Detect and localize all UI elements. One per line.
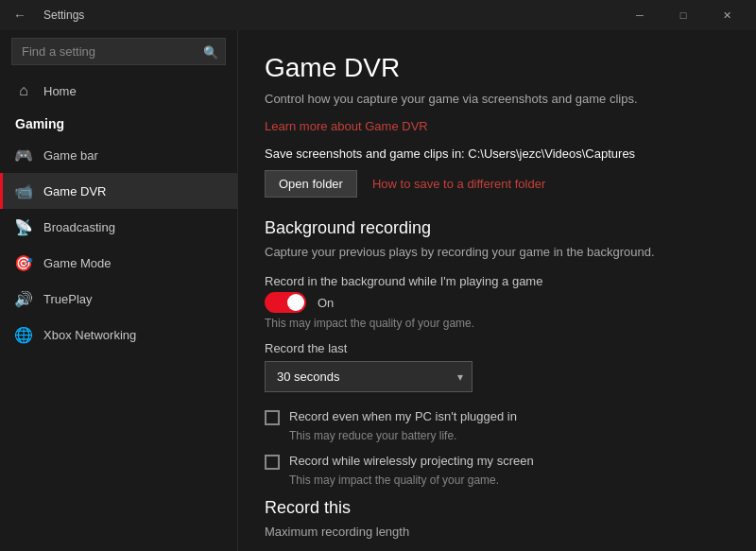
open-folder-button[interactable]: Open folder (265, 170, 357, 198)
learn-more-link[interactable]: Learn more about Game DVR (265, 119, 730, 133)
sidebar-item-xbox-networking[interactable]: 🌐 Xbox Networking (0, 317, 237, 353)
sidebar-item-game-bar-label: Game bar (43, 148, 98, 163)
game-dvr-icon: 📹 (15, 182, 32, 199)
trueplay-icon: 🔊 (15, 290, 32, 307)
sidebar-item-game-mode[interactable]: 🎯 Game Mode (0, 245, 237, 281)
window-controls: ─ □ ✕ (618, 0, 748, 30)
toggle-knob (287, 294, 304, 311)
checkbox2-note: This may impact the quality of your game… (289, 474, 730, 487)
folder-actions: Open folder How to save to a different f… (265, 170, 730, 198)
wireless-projecting-checkbox[interactable] (265, 455, 280, 470)
sidebar-item-game-bar[interactable]: 🎮 Game bar (0, 137, 237, 173)
sidebar-item-trueplay-label: TruePlay (43, 292, 93, 306)
toggle-state-row: On (265, 292, 730, 313)
sidebar-item-trueplay[interactable]: 🔊 TruePlay (0, 281, 237, 317)
titlebar-title: Settings (43, 9, 618, 22)
main-layout: 🔍 ⌂ Home Gaming 🎮 Game bar 📹 Game DVR 📡 … (0, 30, 756, 551)
page-description: Control how you capture your game via sc… (265, 91, 730, 108)
background-recording-toggle[interactable] (265, 292, 306, 313)
sidebar-item-xbox-networking-label: Xbox Networking (43, 328, 136, 342)
record-this-subheading: Maximum recording length (265, 524, 730, 541)
checkbox2-label: Record while wirelessly projecting my sc… (289, 454, 534, 468)
save-path-label: Save screenshots and game clips in: C:\U… (265, 146, 730, 161)
checkbox1-label: Record even when my PC isn't plugged in (289, 409, 517, 423)
sidebar-item-broadcasting-label: Broadcasting (43, 220, 115, 234)
sidebar-item-game-mode-label: Game Mode (43, 256, 112, 270)
sidebar-item-home[interactable]: ⌂ Home (0, 73, 237, 109)
broadcasting-icon: 📡 (15, 218, 32, 235)
background-recording-heading: Background recording (265, 218, 730, 238)
plugged-in-checkbox[interactable] (265, 410, 280, 425)
checkbox2-row: Record while wirelessly projecting my sc… (265, 454, 730, 470)
game-bar-icon: 🎮 (15, 146, 32, 164)
record-this-heading: Record this (265, 498, 730, 518)
toggle-row: Record in the background while I'm playi… (265, 274, 730, 288)
sidebar-item-home-label: Home (43, 84, 77, 98)
how-to-save-link[interactable]: How to save to a different folder (372, 177, 545, 191)
toggle-setting-label: Record in the background while I'm playi… (265, 274, 542, 288)
game-mode-icon: 🎯 (15, 254, 32, 271)
sidebar-item-game-dvr-label: Game DVR (43, 184, 106, 198)
sidebar-search-container: 🔍 (11, 38, 226, 65)
back-button[interactable]: ← (8, 4, 32, 26)
close-button[interactable]: ✕ (705, 0, 748, 30)
impact-note: This may impact the quality of your game… (265, 317, 730, 330)
sidebar-item-broadcasting[interactable]: 📡 Broadcasting (0, 209, 237, 245)
background-recording-desc: Capture your previous plays by recording… (265, 244, 730, 261)
xbox-networking-icon: 🌐 (15, 326, 32, 343)
search-input[interactable] (11, 38, 226, 65)
checkbox1-row: Record even when my PC isn't plugged in (265, 409, 730, 425)
minimize-button[interactable]: ─ (618, 0, 662, 30)
sidebar-item-game-dvr[interactable]: 📹 Game DVR (0, 173, 237, 209)
content-area: Game DVR Control how you capture your ga… (238, 30, 756, 551)
sidebar: 🔍 ⌂ Home Gaming 🎮 Game bar 📹 Game DVR 📡 … (0, 30, 238, 551)
record-last-label: Record the last (265, 341, 730, 355)
toggle-state-label: On (318, 296, 334, 310)
checkbox1-note: This may reduce your battery life. (289, 429, 730, 442)
record-last-dropdown-container: 30 seconds 1 minute 2 minutes 5 minutes … (265, 361, 472, 392)
home-icon: ⌂ (15, 82, 32, 99)
search-icon: 🔍 (203, 44, 218, 59)
save-path-value: C:\Users\jezc\Videos\Captures (468, 146, 635, 161)
page-title: Game DVR (265, 53, 730, 83)
sidebar-section-gaming: Gaming (0, 109, 237, 137)
maximize-button[interactable]: □ (662, 0, 705, 30)
titlebar: ← Settings ─ □ ✕ (0, 0, 756, 30)
record-last-dropdown[interactable]: 30 seconds 1 minute 2 minutes 5 minutes … (265, 361, 472, 392)
